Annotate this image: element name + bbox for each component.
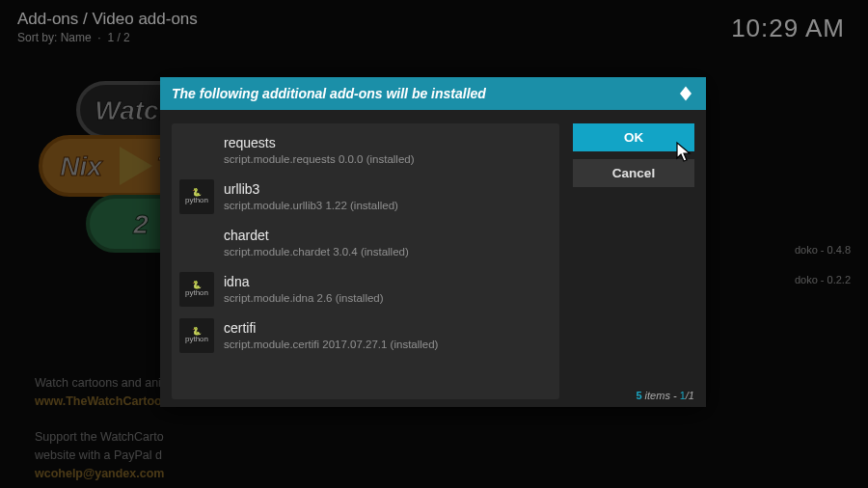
python-icon: 🐍python [179,179,214,214]
install-dialog: The following additional add-ons will be… [160,77,706,407]
kodi-icon [677,85,694,102]
addon-subtitle: script.module.idna 2.6 (installed) [224,291,384,306]
dialog-header: The following additional add-ons will be… [160,77,706,110]
cancel-button[interactable]: Cancel [573,159,694,187]
addon-item[interactable]: 🐍pythonidnascript.module.idna 2.6 (insta… [177,266,554,312]
addon-item[interactable]: chardetscript.module.chardet 3.0.4 (inst… [177,220,554,266]
python-icon: 🐍python [179,272,214,307]
python-icon [179,133,214,168]
pager: 5 items - 1/1 [636,390,694,401]
addon-subtitle: script.module.certifi 2017.07.27.1 (inst… [224,338,438,352]
python-icon: 🐍python [179,318,214,353]
addon-name: urllib3 [224,180,398,198]
dialog-title: The following additional add-ons will be… [172,86,677,101]
addon-list[interactable]: requestsscript.module.requests 0.0.0 (in… [172,123,559,399]
addon-item[interactable]: requestsscript.module.requests 0.0.0 (in… [177,127,554,174]
addon-item[interactable]: 🐍pythonurllib3script.module.urllib3 1.22… [177,174,554,220]
addon-subtitle: script.module.chardet 3.0.4 (installed) [224,245,409,259]
addon-name: requests [224,134,415,151]
python-icon [179,226,214,260]
addon-name: idna [224,273,384,290]
ok-button[interactable]: OK [573,123,694,151]
addon-item[interactable]: 🐍pythoncertifiscript.module.certifi 2017… [177,312,554,359]
addon-name: chardet [224,227,409,244]
addon-subtitle: script.module.urllib3 1.22 (installed) [224,199,398,213]
addon-name: certifi [224,319,438,337]
addon-subtitle: script.module.requests 0.0.0 (installed) [224,152,415,167]
